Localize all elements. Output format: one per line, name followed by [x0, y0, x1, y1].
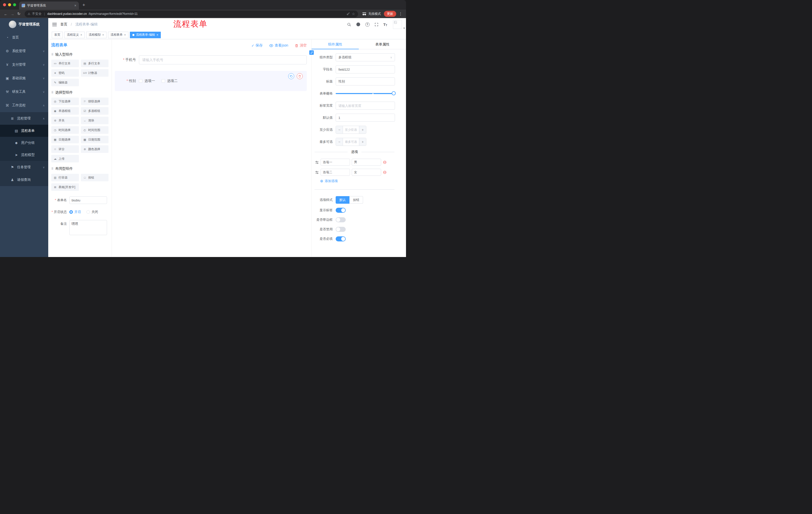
sidebar-item-leave-query[interactable]: ♟ 请假查询: [0, 173, 48, 186]
fullscreen-icon[interactable]: [374, 22, 379, 27]
tab-close-icon[interactable]: ×: [75, 3, 76, 7]
forward-button[interactable]: →: [9, 12, 16, 16]
avatar[interactable]: [393, 20, 402, 29]
palette-item-time-picker[interactable]: ◷时间选择: [51, 126, 79, 134]
sidebar-item-system[interactable]: ⚙ 系统管理 ∨: [0, 44, 48, 58]
clear-button[interactable]: 清空: [295, 43, 307, 48]
reload-button[interactable]: ↻: [16, 11, 22, 16]
tag-process-form-edit[interactable]: 流程表单-编辑×: [130, 32, 161, 38]
drag-handle-icon[interactable]: [315, 170, 319, 174]
title-input[interactable]: [336, 77, 395, 85]
tag-close-icon[interactable]: ×: [124, 33, 126, 37]
form-grid-slider[interactable]: [336, 89, 395, 98]
option-label-input[interactable]: [321, 159, 350, 166]
palette-item-button[interactable]: □按钮: [81, 174, 109, 181]
style-default-button[interactable]: 默认: [336, 196, 349, 204]
phone-input[interactable]: [139, 55, 307, 64]
palette-item-cascader[interactable]: ⚐级联选择: [81, 98, 109, 105]
add-option-button[interactable]: ⊕ 添加选项: [314, 179, 395, 183]
back-button[interactable]: ←: [2, 12, 9, 16]
palette-item-checkbox-group[interactable]: ☑多选框组: [81, 107, 109, 115]
palette-item-color-picker[interactable]: ⊛颜色选择: [81, 145, 109, 153]
palette-item-multi-line-text[interactable]: ▤多行文本: [81, 60, 109, 67]
default-value-input[interactable]: [336, 114, 395, 122]
sidebar-item-user-groups[interactable]: ☻ 用户分组: [0, 137, 48, 149]
browser-menu-icon[interactable]: ⋮: [399, 11, 403, 16]
component-type-select[interactable]: 多选框组 ∨: [336, 53, 395, 61]
browser-tab[interactable]: 芋道管理系统 ×: [19, 1, 79, 9]
palette-item-rate[interactable]: ☆评分: [51, 145, 79, 153]
phone-field-row[interactable]: 手机号: [115, 55, 307, 64]
tag-home[interactable]: 首页: [52, 32, 63, 38]
close-window-button[interactable]: [3, 3, 6, 6]
show-label-toggle[interactable]: [336, 208, 346, 213]
tab-component-props[interactable]: 组件属性: [312, 39, 359, 49]
link-icon[interactable]: [309, 50, 314, 55]
address-bar[interactable]: ⚠ 不安全 | dashboard.yudao.iocoder.cn/bpm/m…: [25, 10, 358, 17]
increment-button[interactable]: +: [359, 138, 366, 145]
palette-item-editor[interactable]: ✎编辑器: [51, 79, 79, 86]
gender-option2-checkbox[interactable]: 选项二: [162, 79, 178, 83]
view-json-button[interactable]: 查看json: [269, 43, 288, 48]
form-name-input[interactable]: [69, 196, 107, 204]
option-value-input[interactable]: [352, 159, 381, 166]
option-value-input[interactable]: [352, 169, 381, 176]
palette-item-password[interactable]: ∗密码: [51, 69, 79, 77]
label-width-input[interactable]: [336, 102, 395, 110]
palette-item-row-container[interactable]: ▥行容器: [51, 174, 79, 181]
font-size-icon[interactable]: TT: [383, 22, 387, 27]
tab-form-props[interactable]: 表单属性: [359, 39, 406, 49]
tag-process-definition[interactable]: 流程定义×: [64, 32, 85, 38]
sidebar-item-process-management[interactable]: ≣ 流程管理 ∧: [0, 112, 48, 125]
password-key-icon[interactable]: [346, 12, 350, 16]
style-button-button[interactable]: 按钮: [349, 196, 363, 204]
gender-option1-checkbox[interactable]: 选项一: [139, 79, 155, 83]
palette-item-time-range[interactable]: ◴时间范围: [81, 126, 109, 134]
sidebar-item-home[interactable]: ◔ 首页: [0, 31, 48, 44]
sidebar-item-process-form[interactable]: ▤ 流程表单: [0, 125, 48, 137]
tag-close-icon[interactable]: ×: [156, 33, 158, 37]
delete-component-button[interactable]: [297, 73, 303, 79]
palette-item-table[interactable]: ⊞表格[开发中]: [51, 183, 79, 191]
remove-option-button[interactable]: ⊖: [383, 170, 387, 174]
tag-close-icon[interactable]: ×: [102, 33, 104, 37]
remove-option-button[interactable]: ⊖: [383, 160, 387, 164]
copy-component-button[interactable]: [288, 73, 294, 79]
sidebar-item-workflow[interactable]: ⌘ 工作流程 ∧: [0, 99, 48, 112]
tag-process-model[interactable]: 流程模型×: [86, 32, 107, 38]
selected-component-gender[interactable]: 性别 选项一 选项二: [115, 71, 307, 91]
hamburger-icon[interactable]: [52, 23, 57, 26]
palette-item-upload[interactable]: ☁上传: [51, 155, 79, 162]
slider-handle[interactable]: [392, 91, 396, 95]
github-icon[interactable]: [356, 22, 360, 27]
save-button[interactable]: ✓保存: [252, 43, 263, 48]
status-on-radio[interactable]: 开启: [69, 210, 81, 214]
decrement-button[interactable]: −: [336, 138, 343, 145]
search-icon[interactable]: [347, 22, 351, 27]
palette-item-radio-group[interactable]: ◉单选框组: [51, 107, 79, 115]
tag-process-form[interactable]: 流程表单×: [108, 32, 128, 38]
tag-close-icon[interactable]: ×: [80, 33, 82, 37]
bookmark-star-icon[interactable]: ☆: [352, 12, 355, 16]
minimize-window-button[interactable]: [8, 3, 11, 6]
palette-item-slider[interactable]: ↔滑块: [81, 117, 109, 124]
sidebar-item-payment[interactable]: ¥ 支付管理 ∨: [0, 58, 48, 72]
palette-item-single-line-text[interactable]: ▭单行文本: [51, 60, 79, 67]
drag-handle-icon[interactable]: [315, 160, 319, 164]
palette-item-switch[interactable]: ⊜开关: [51, 117, 79, 124]
field-name-input[interactable]: [336, 65, 395, 74]
new-tab-button[interactable]: +: [82, 2, 85, 8]
sidebar-item-process-model[interactable]: ➤ 流程模型: [0, 149, 48, 161]
min-select-value[interactable]: 至少应选: [343, 126, 359, 134]
max-select-value[interactable]: 最多可选: [343, 138, 359, 145]
palette-item-dropdown[interactable]: ◎下拉选择: [51, 98, 79, 105]
palette-item-counter[interactable]: 123计数器: [81, 69, 109, 77]
option-label-input[interactable]: [321, 169, 350, 176]
disabled-toggle[interactable]: [336, 227, 346, 232]
palette-item-date-range[interactable]: ▩日期范围: [81, 136, 109, 143]
help-icon[interactable]: ?: [365, 22, 370, 27]
sidebar-item-infrastructure[interactable]: ▣ 基础设施 ∨: [0, 72, 48, 85]
form-remark-textarea[interactable]: 嘿嘿: [69, 220, 107, 235]
sidebar-item-devtools[interactable]: ⚒ 研发工具 ∨: [0, 85, 48, 99]
breadcrumb-home[interactable]: 首页: [60, 22, 67, 27]
